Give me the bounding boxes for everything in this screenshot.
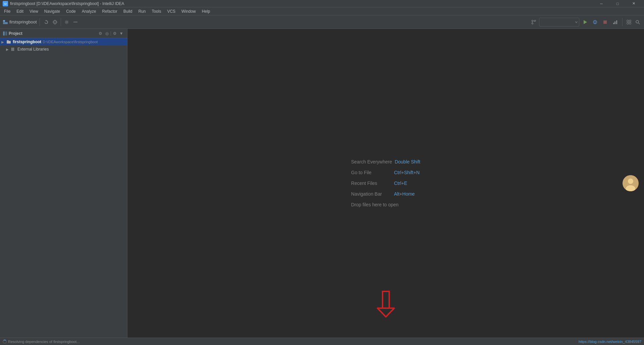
run-config-select[interactable] (539, 18, 579, 26)
hint-goto-label: Go to File (351, 170, 391, 175)
svg-point-10 (66, 21, 67, 23)
menu-refactor[interactable]: Refactor (100, 8, 120, 15)
svg-point-13 (532, 23, 533, 24)
search-everywhere-toolbar[interactable] (634, 18, 641, 26)
hint-nav-label: Navigation Bar (351, 191, 391, 197)
library-icon (11, 47, 16, 52)
svg-point-39 (628, 179, 633, 184)
avatar-image (623, 175, 639, 191)
folder-icon (6, 39, 11, 45)
separator3 (622, 18, 623, 26)
menu-code[interactable]: Code (63, 8, 78, 15)
hint-nav-bar: Navigation Bar Alt+Home (351, 191, 420, 197)
menu-view[interactable]: View (27, 8, 41, 15)
avatar (623, 175, 639, 191)
svg-rect-20 (603, 20, 607, 24)
svg-rect-26 (627, 22, 629, 24)
external-libraries[interactable]: ▶ External Libraries (0, 46, 127, 53)
down-arrow (376, 291, 396, 318)
window-controls: ─ □ ✕ (594, 0, 641, 7)
gear-btn[interactable]: ⚙ (112, 30, 118, 37)
menu-help[interactable]: Help (199, 8, 213, 15)
run-config-container (539, 18, 579, 26)
svg-rect-23 (616, 20, 617, 24)
hint-drop-label: Drop files here to open (351, 202, 399, 207)
main-layout: Project ⚙ ◎ ⚙ ▼ ▶ firstspringboot D:\IDE… (0, 29, 644, 338)
collapse-button[interactable] (72, 18, 79, 26)
status-link[interactable]: https://blog.csdn.net/weixin_43845597 (579, 340, 641, 344)
svg-rect-34 (12, 48, 13, 51)
close-button[interactable]: ✕ (626, 0, 641, 7)
hint-recent-shortcut: Ctrl+E (394, 181, 407, 186)
tree-root[interactable]: ▶ firstspringboot D:\IDEAworkspace\first… (0, 38, 127, 46)
hint-goto-file: Go to File Ctrl+Shift+N (351, 170, 420, 175)
svg-rect-33 (11, 48, 12, 51)
status-bar: Resolving dependencies of firstspringboo… (0, 338, 644, 345)
project-panel: Project ⚙ ◎ ⚙ ▼ ▶ firstspringboot D:\IDE… (0, 29, 127, 338)
svg-rect-35 (13, 48, 14, 51)
hint-search-everywhere: Search Everywhere Double Shift (351, 159, 420, 164)
menu-build[interactable]: Build (121, 8, 135, 15)
svg-line-29 (639, 23, 640, 24)
svg-rect-32 (7, 41, 11, 44)
run-button[interactable] (581, 18, 589, 26)
layout-button[interactable] (625, 18, 633, 26)
settings-button[interactable] (63, 18, 70, 26)
svg-point-18 (595, 21, 595, 21)
svg-marker-16 (584, 20, 587, 24)
svg-rect-11 (73, 22, 77, 22)
menu-file[interactable]: File (1, 8, 13, 15)
menu-run[interactable]: Run (136, 8, 149, 15)
menu-bar: File Edit View Navigate Code Analyze Ref… (0, 7, 644, 15)
menu-analyze[interactable]: Analyze (79, 8, 99, 15)
svg-rect-25 (629, 20, 631, 22)
title-text: firstspringboot [D:\IDEAworkspace\firsts… (10, 1, 594, 6)
menu-navigate[interactable]: Navigate (42, 8, 63, 15)
app-icon: IJ (3, 1, 8, 6)
hint-recent-label: Recent Files (351, 181, 391, 186)
menu-edit[interactable]: Edit (14, 8, 26, 15)
hint-recent-files: Recent Files Ctrl+E (351, 181, 420, 186)
minimize-button[interactable]: ─ (594, 0, 609, 7)
arrow-icon: ▶ (1, 40, 6, 44)
sidebar-tools: ⚙ ◎ ⚙ ▼ (97, 30, 124, 37)
project-name: firstspringboot (9, 19, 37, 24)
coverage-button[interactable] (611, 18, 620, 26)
project-icon (3, 19, 8, 25)
project-indicator: firstspringboot (3, 19, 37, 25)
project-tree: ▶ firstspringboot D:\IDEAworkspace\first… (0, 38, 127, 338)
loading-spinner (3, 340, 7, 344)
svg-rect-22 (614, 21, 616, 24)
separator2 (61, 18, 61, 26)
hint-nav-shortcut: Alt+Home (394, 191, 415, 197)
menu-vcs[interactable]: VCS (165, 8, 178, 15)
svg-point-28 (636, 20, 639, 23)
svg-rect-31 (5, 31, 7, 36)
down-arrow-svg (376, 291, 396, 318)
sync-button[interactable] (43, 18, 50, 26)
stop-button[interactable] (601, 18, 609, 26)
debug-button[interactable] (591, 18, 599, 26)
hints-container: Search Everywhere Double Shift Go to Fil… (351, 159, 420, 207)
sync-files-btn[interactable]: ⚙ (97, 30, 103, 37)
menu-window[interactable]: Window (179, 8, 198, 15)
expand-btn[interactable]: ▼ (118, 30, 124, 37)
root-name: firstspringboot (13, 40, 41, 44)
svg-rect-36 (383, 291, 389, 308)
arrow-icon-ext: ▶ (6, 48, 11, 51)
locate-button[interactable] (51, 18, 59, 26)
run-controls (531, 18, 641, 26)
title-bar: IJ firstspringboot [D:\IDEAworkspace\fir… (0, 0, 644, 7)
svg-rect-19 (595, 22, 595, 23)
hint-goto-shortcut: Ctrl+Shift+N (394, 170, 419, 175)
menu-tools[interactable]: Tools (149, 8, 164, 15)
separator (40, 18, 40, 26)
panel-icon (3, 31, 7, 36)
locate-file-btn[interactable]: ◎ (104, 30, 110, 37)
toolbar: firstspringboot (0, 15, 644, 29)
svg-marker-37 (377, 308, 394, 317)
sidebar-sep (111, 31, 111, 36)
sidebar-title: Project (9, 31, 96, 36)
hint-drop-files: Drop files here to open (351, 202, 420, 207)
maximize-button[interactable]: □ (610, 0, 625, 7)
